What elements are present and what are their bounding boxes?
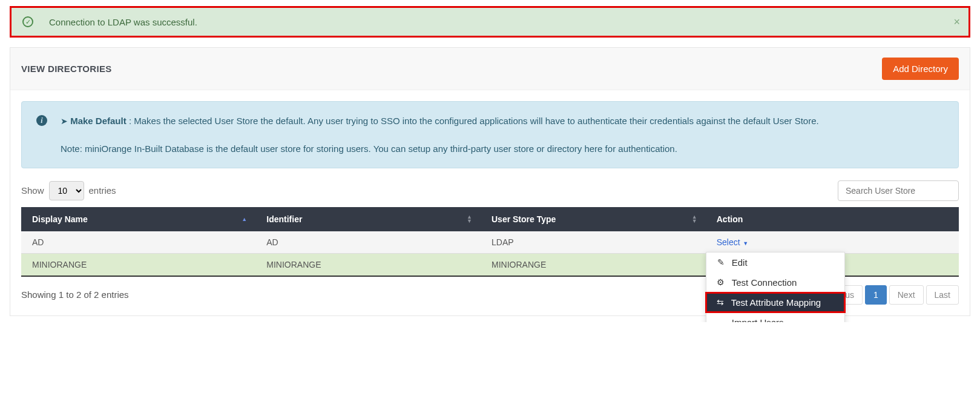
- panel-header: VIEW DIRECTORIES Add Directory: [10, 48, 970, 90]
- sort-asc-icon: ▲: [242, 217, 247, 221]
- close-icon[interactable]: ×: [953, 16, 960, 28]
- action-select[interactable]: Select ▼: [717, 237, 748, 247]
- dropdown-test-attribute-mapping[interactable]: ⇆ Test Attribute Mapping: [706, 292, 845, 312]
- pagination: us 1 Next Last: [837, 285, 959, 305]
- show-label: Show: [21, 185, 44, 196]
- edit-icon: ✎: [716, 257, 726, 267]
- dropdown-test-connection[interactable]: ⚙ Test Connection: [706, 272, 844, 292]
- info-box: i ➤ Make Default : Makes the selected Us…: [21, 101, 959, 168]
- entries-label: entries: [89, 185, 116, 196]
- make-default-label: Make Default: [70, 116, 127, 126]
- directories-panel: VIEW DIRECTORIES Add Directory i ➤ Make …: [10, 47, 970, 316]
- dropdown-edit[interactable]: ✎ Edit: [706, 253, 844, 272]
- info-icon: i: [36, 115, 47, 126]
- page-1[interactable]: 1: [865, 285, 887, 305]
- cell-user-store-type: MINIORANGE: [481, 253, 706, 276]
- success-alert: ✓ Connection to LDAP was successful. ×: [10, 6, 970, 38]
- caret-down-icon: ▼: [742, 240, 748, 246]
- make-default-desc: : Makes the selected User Store the defa…: [129, 116, 819, 126]
- alert-message: Connection to LDAP was successful.: [49, 17, 197, 27]
- table-row: AD AD LDAP Select ▼: [21, 231, 959, 254]
- check-circle-icon: ✓: [22, 16, 33, 27]
- page-title: VIEW DIRECTORIES: [21, 64, 112, 74]
- col-action: Action: [706, 207, 959, 231]
- gear-icon: ⚙: [716, 277, 726, 287]
- entries-select[interactable]: 10: [49, 181, 84, 200]
- cursor-icon: ➤: [61, 116, 68, 126]
- col-user-store-type[interactable]: User Store Type ▲▼: [481, 207, 706, 231]
- col-identifier[interactable]: Identifier ▲▼: [255, 207, 481, 231]
- col-display-name[interactable]: Display Name ▲: [21, 207, 255, 231]
- cell-identifier: MINIORANGE: [255, 253, 481, 276]
- search-input[interactable]: [838, 180, 959, 201]
- cell-display-name: AD: [21, 231, 255, 254]
- map-icon: ⇆: [715, 297, 725, 307]
- sort-desc-icon: ▼: [467, 219, 472, 223]
- table-info: Showing 1 to 2 of 2 entries: [21, 289, 129, 300]
- cell-user-store-type: LDAP: [481, 231, 706, 254]
- cloud-download-icon: ☁: [716, 317, 726, 322]
- sort-desc-icon: ▼: [692, 219, 697, 223]
- action-dropdown: ✎ Edit ⚙ Test Connection ⇆ Test Attribut…: [706, 252, 845, 322]
- info-note: Note: miniOrange In-Built Database is th…: [61, 142, 819, 156]
- show-entries: Show 10 entries: [21, 181, 116, 200]
- cell-identifier: AD: [255, 231, 481, 254]
- add-directory-button[interactable]: Add Directory: [882, 58, 959, 80]
- page-next[interactable]: Next: [889, 285, 924, 305]
- page-last[interactable]: Last: [926, 285, 959, 305]
- cell-display-name: MINIORANGE: [21, 253, 255, 276]
- dropdown-import-users[interactable]: ☁ Import Users: [706, 312, 844, 322]
